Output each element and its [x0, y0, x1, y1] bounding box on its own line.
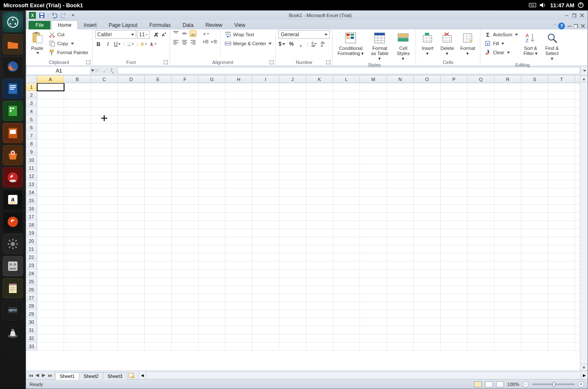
cell[interactable]: [468, 180, 494, 188]
font-size-combo[interactable]: 11: [137, 30, 150, 39]
cell[interactable]: [225, 148, 252, 156]
cell[interactable]: [333, 124, 360, 131]
cell[interactable]: [494, 197, 521, 204]
cell[interactable]: [521, 294, 548, 302]
cell[interactable]: [306, 237, 333, 245]
cell[interactable]: [494, 318, 521, 326]
cell[interactable]: [521, 326, 548, 334]
cell[interactable]: [441, 156, 468, 164]
cell[interactable]: [225, 310, 252, 318]
cell[interactable]: [494, 237, 521, 245]
cell[interactable]: [306, 132, 333, 139]
cell[interactable]: [306, 124, 333, 131]
cell[interactable]: [360, 318, 387, 326]
cell[interactable]: [252, 270, 279, 277]
cell[interactable]: [414, 294, 441, 302]
cell[interactable]: [91, 132, 118, 139]
redo-icon[interactable]: [60, 12, 67, 19]
cell[interactable]: [306, 205, 333, 212]
cell[interactable]: [252, 205, 279, 212]
cell[interactable]: [387, 140, 414, 148]
cell[interactable]: [521, 334, 548, 342]
cell[interactable]: [64, 237, 91, 245]
cell[interactable]: [306, 91, 333, 99]
column-header[interactable]: H: [225, 75, 252, 83]
column-header[interactable]: M: [360, 75, 387, 83]
cell[interactable]: [548, 107, 575, 115]
cell[interactable]: [118, 140, 145, 148]
cell[interactable]: [64, 270, 91, 277]
keyboard-icon[interactable]: [529, 1, 536, 9]
cell[interactable]: [252, 221, 279, 229]
cell[interactable]: [64, 221, 91, 229]
cell[interactable]: [225, 229, 252, 237]
cell[interactable]: [360, 221, 387, 229]
cell[interactable]: [37, 278, 64, 285]
cell[interactable]: [521, 91, 548, 99]
cell[interactable]: [91, 270, 118, 277]
cell[interactable]: [360, 116, 387, 123]
row-header[interactable]: 19: [26, 229, 37, 237]
cell[interactable]: [64, 116, 91, 123]
cell[interactable]: [64, 334, 91, 342]
zoom-in-icon[interactable]: +: [578, 381, 584, 387]
cell[interactable]: [145, 180, 172, 188]
cell[interactable]: [306, 310, 333, 318]
cell[interactable]: [414, 326, 441, 334]
minimize-icon[interactable]: ─: [564, 12, 570, 18]
cell[interactable]: [441, 310, 468, 318]
cell[interactable]: [225, 302, 252, 310]
column-header[interactable]: T: [548, 75, 575, 83]
cell[interactable]: [145, 253, 172, 261]
cell[interactable]: [333, 197, 360, 204]
cell[interactable]: [279, 99, 306, 107]
cell[interactable]: [199, 213, 225, 221]
cell[interactable]: [118, 270, 145, 277]
cell[interactable]: [441, 124, 468, 131]
ubuntu-one-music-icon[interactable]: [3, 212, 23, 232]
cell[interactable]: [252, 148, 279, 156]
cell[interactable]: [145, 205, 172, 212]
cell[interactable]: [360, 261, 387, 269]
cell[interactable]: [145, 318, 172, 326]
cell[interactable]: [225, 318, 252, 326]
comma-icon[interactable]: ,: [297, 41, 304, 47]
cell[interactable]: [91, 229, 118, 237]
cell[interactable]: [494, 326, 521, 334]
cell[interactable]: [252, 302, 279, 310]
cell[interactable]: [548, 229, 575, 237]
cell[interactable]: [521, 318, 548, 326]
cell[interactable]: [441, 278, 468, 285]
cell[interactable]: [548, 83, 575, 91]
cell[interactable]: [441, 326, 468, 334]
cell[interactable]: [172, 261, 199, 269]
cell[interactable]: [521, 213, 548, 221]
cell[interactable]: [468, 334, 494, 342]
cell[interactable]: [441, 270, 468, 277]
cell[interactable]: [333, 326, 360, 334]
cell[interactable]: [468, 343, 494, 350]
cell[interactable]: [521, 278, 548, 285]
cell[interactable]: [64, 294, 91, 302]
cell[interactable]: [37, 221, 64, 229]
cell[interactable]: [468, 221, 494, 229]
cell[interactable]: [64, 343, 91, 350]
cell[interactable]: [494, 205, 521, 212]
cell[interactable]: [306, 326, 333, 334]
cell[interactable]: [199, 278, 225, 285]
column-header[interactable]: F: [172, 75, 199, 83]
tab-formulas[interactable]: Formulas: [143, 21, 177, 29]
cell[interactable]: [145, 99, 172, 107]
cell[interactable]: [414, 310, 441, 318]
cell[interactable]: [548, 270, 575, 277]
cell[interactable]: [414, 99, 441, 107]
cell[interactable]: [172, 318, 199, 326]
format-cells-button[interactable]: Format▾: [458, 30, 477, 57]
cell[interactable]: [145, 310, 172, 318]
cell[interactable]: [468, 302, 494, 310]
cell[interactable]: [468, 261, 494, 269]
cell[interactable]: [441, 172, 468, 180]
cell[interactable]: [521, 164, 548, 172]
cell[interactable]: [441, 148, 468, 156]
cell[interactable]: [279, 156, 306, 164]
